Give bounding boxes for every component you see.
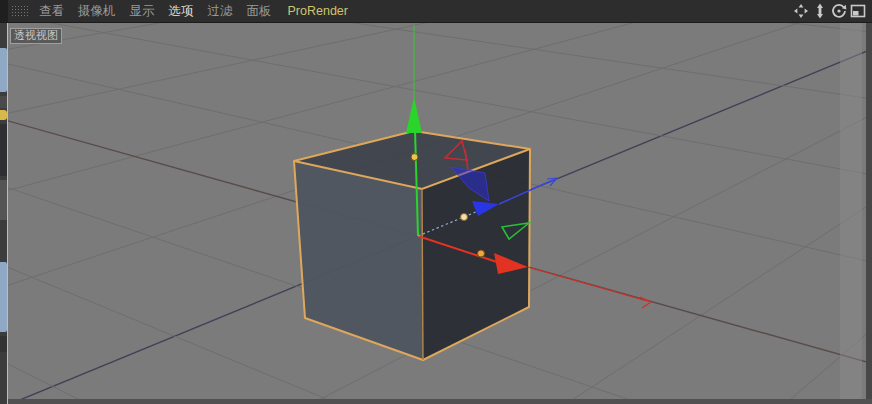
menu-item-prorender[interactable]: ProRender xyxy=(288,0,348,22)
palette-icon-fragment xyxy=(0,96,7,108)
palette-icon-fragment xyxy=(0,110,7,120)
palette-icon-fragment xyxy=(0,336,7,352)
y-scale-dot[interactable] xyxy=(411,154,418,161)
viewport-name-label[interactable]: 透视视图 xyxy=(10,28,62,44)
menu-item-filter[interactable]: 过滤 xyxy=(208,0,233,22)
viewport-right-border xyxy=(866,23,872,404)
center-dot[interactable] xyxy=(461,214,468,221)
x-axis-line-far xyxy=(528,267,647,301)
menubar-corner xyxy=(0,0,8,22)
viewport-nav-icons xyxy=(793,3,866,19)
palette-icon-fragment xyxy=(0,262,7,332)
menu-item-panel[interactable]: 面板 xyxy=(247,0,272,22)
palette-icon-fragment xyxy=(0,48,7,92)
menu-item-options[interactable]: 选项 xyxy=(169,0,194,22)
menubar-grip-icon[interactable] xyxy=(11,5,28,17)
left-palette-sliver xyxy=(0,22,7,404)
cube-face-left[interactable] xyxy=(294,161,423,360)
pan-icon[interactable] xyxy=(793,3,809,19)
viewport-menubar: 查看 摄像机 显示 选项 过滤 面板 ProRender xyxy=(0,0,872,23)
viewport[interactable]: 透视视图 xyxy=(7,22,872,404)
maximize-icon[interactable] xyxy=(850,3,866,19)
menu-item-display[interactable]: 显示 xyxy=(130,0,155,22)
c4d-window: { "menubar": { "items": ["查看", "摄像机", "显… xyxy=(0,0,872,404)
grid-line xyxy=(8,23,872,114)
viewport-bottom-border xyxy=(8,399,872,404)
y-axis-arrowhead[interactable] xyxy=(406,97,422,133)
scene-canvas[interactable] xyxy=(8,23,872,404)
menu-item-view[interactable]: 查看 xyxy=(39,0,64,22)
viewport-right-strip xyxy=(840,23,862,404)
rotate-icon[interactable] xyxy=(831,3,847,19)
x-scale-dot[interactable] xyxy=(478,250,485,257)
palette-icon-fragment xyxy=(0,124,7,176)
grid-line xyxy=(553,23,872,404)
cube-object[interactable] xyxy=(294,131,530,360)
grid-line xyxy=(8,23,872,134)
zoom-icon[interactable] xyxy=(812,3,828,19)
menu-item-camera[interactable]: 摄像机 xyxy=(78,0,116,22)
palette-icon-fragment xyxy=(0,180,7,220)
